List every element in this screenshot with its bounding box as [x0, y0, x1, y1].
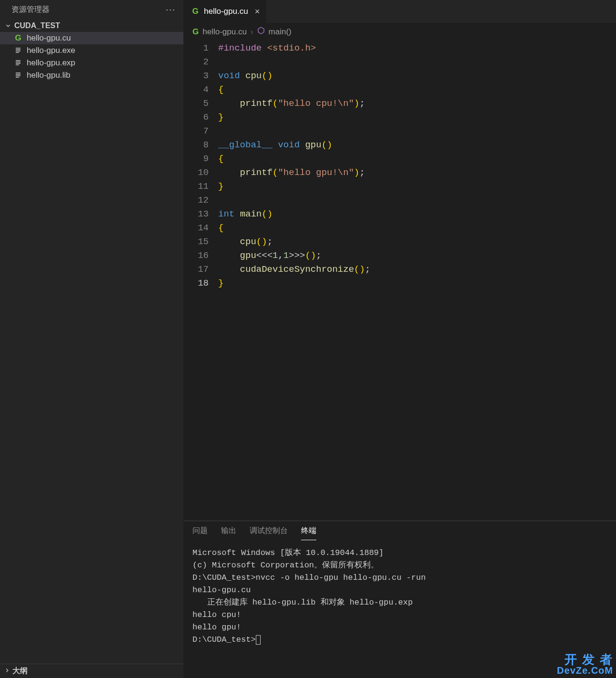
file-name: hello-gpu.lib	[27, 71, 71, 80]
file-item[interactable]: hello-gpu.lib	[0, 69, 183, 82]
close-icon[interactable]: ×	[255, 7, 260, 17]
terminal-line: hello cpu!	[192, 609, 607, 621]
cuda-file-icon: G	[13, 33, 23, 43]
code-line[interactable]: __global__ void gpu()	[218, 138, 616, 152]
outline-label: 大纲	[12, 666, 28, 676]
terminal-line: D:\CUDA_test>	[192, 634, 607, 646]
tab-hello-gpu[interactable]: G hello-gpu.cu ×	[184, 0, 267, 23]
symbol-icon	[257, 27, 265, 37]
explorer-more-icon[interactable]: ···	[166, 5, 176, 15]
terminal-line: hello gpu!	[192, 621, 607, 634]
panel-tab[interactable]: 终端	[301, 526, 316, 540]
terminal-output[interactable]: Microsoft Windows [版本 10.0.19044.1889](c…	[184, 540, 616, 678]
chevron-right-icon	[4, 667, 10, 676]
breadcrumb-file: hello-gpu.cu	[202, 27, 247, 37]
code-line[interactable]: }	[218, 180, 616, 194]
chevron-down-icon	[4, 22, 12, 29]
terminal-line: D:\CUDA_test>nvcc -o hello-gpu hello-gpu…	[192, 572, 607, 584]
code-line[interactable]: {	[218, 83, 616, 97]
code-content[interactable]: #include <stdio.h>void cpu(){ printf("he…	[218, 41, 616, 521]
cuda-file-icon: G	[192, 27, 199, 37]
cuda-file-icon: G	[191, 7, 200, 16]
bottom-panel: 问题输出调试控制台终端 Microsoft Windows [版本 10.0.1…	[184, 521, 616, 678]
file-icon	[13, 47, 23, 54]
explorer-title: 资源管理器	[11, 5, 50, 15]
file-item[interactable]: hello-gpu.exp	[0, 57, 183, 69]
panel-tab[interactable]: 问题	[192, 526, 208, 540]
outline-header[interactable]: 大纲	[0, 664, 183, 678]
code-line[interactable]: cudaDeviceSynchronize();	[218, 263, 616, 277]
code-line[interactable]: gpu<<<1,1>>>();	[218, 249, 616, 263]
code-line[interactable]	[218, 55, 616, 69]
terminal-line: Microsoft Windows [版本 10.0.19044.1889]	[192, 547, 607, 559]
code-line[interactable]: printf("hello cpu!\n");	[218, 97, 616, 111]
tabbar: G hello-gpu.cu ×	[184, 0, 616, 23]
tab-label: hello-gpu.cu	[204, 7, 248, 16]
file-icon	[13, 72, 23, 79]
code-line[interactable]	[218, 194, 616, 207]
breadcrumb-symbol: main()	[269, 27, 292, 37]
panel-tabs: 问题输出调试控制台终端	[184, 521, 616, 540]
terminal-line: (c) Microsoft Corporation。保留所有权利。	[192, 559, 607, 572]
breadcrumb[interactable]: G hello-gpu.cu › main()	[184, 23, 616, 41]
code-line[interactable]: int main()	[218, 207, 616, 221]
file-name: hello-gpu.exe	[27, 46, 75, 55]
chevron-right-icon: ›	[251, 27, 253, 37]
code-line[interactable]: void cpu()	[218, 69, 616, 83]
file-list: Ghello-gpu.cuhello-gpu.exehello-gpu.exph…	[0, 32, 183, 82]
code-line[interactable]: printf("hello gpu!\n");	[218, 166, 616, 180]
code-line[interactable]: {	[218, 152, 616, 166]
code-line[interactable]	[218, 124, 616, 138]
file-item[interactable]: hello-gpu.exe	[0, 44, 183, 57]
terminal-cursor	[256, 635, 261, 645]
terminal-line: 正在创建库 hello-gpu.lib 和对象 hello-gpu.exp	[192, 596, 607, 609]
explorer-header: 资源管理器 ···	[0, 0, 183, 20]
code-line[interactable]: {	[218, 221, 616, 235]
panel-tab[interactable]: 调试控制台	[250, 526, 288, 540]
code-line[interactable]: }	[218, 277, 616, 290]
code-line[interactable]: #include <stdio.h>	[218, 41, 616, 55]
code-line[interactable]: cpu();	[218, 235, 616, 249]
code-line[interactable]: }	[218, 111, 616, 124]
file-icon	[13, 59, 23, 67]
file-name: hello-gpu.exp	[27, 58, 75, 68]
file-name: hello-gpu.cu	[27, 33, 71, 43]
folder-root[interactable]: CUDA_TEST	[0, 20, 183, 32]
workspace: 资源管理器 ··· CUDA_TEST Ghello-gpu.cuhello-g…	[0, 0, 616, 678]
terminal-line: hello-gpu.cu	[192, 584, 607, 596]
explorer-sidebar: 资源管理器 ··· CUDA_TEST Ghello-gpu.cuhello-g…	[0, 0, 184, 678]
line-gutter: 123456789101112131415161718	[184, 41, 218, 521]
file-item[interactable]: Ghello-gpu.cu	[0, 32, 183, 44]
main-area: G hello-gpu.cu × G hello-gpu.cu › main()…	[184, 0, 616, 678]
code-editor[interactable]: 123456789101112131415161718 #include <st…	[184, 41, 616, 521]
folder-name: CUDA_TEST	[14, 21, 60, 30]
panel-tab[interactable]: 输出	[221, 526, 236, 540]
